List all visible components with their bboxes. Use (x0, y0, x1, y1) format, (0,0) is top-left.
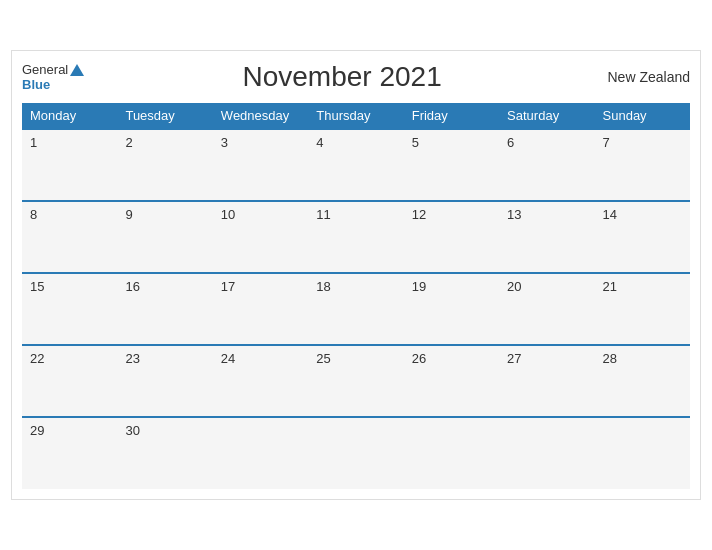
calendar-cell (308, 417, 403, 489)
date-number: 25 (316, 351, 330, 366)
date-number: 20 (507, 279, 521, 294)
week-row-4: 22232425262728 (22, 345, 690, 417)
calendar-cell: 24 (213, 345, 308, 417)
calendar-cell: 11 (308, 201, 403, 273)
date-number: 27 (507, 351, 521, 366)
date-number: 13 (507, 207, 521, 222)
day-header-friday: Friday (404, 103, 499, 129)
date-number: 23 (125, 351, 139, 366)
calendar-country: New Zealand (600, 69, 690, 85)
day-header-monday: Monday (22, 103, 117, 129)
calendar-cell: 28 (595, 345, 690, 417)
calendar-cell: 30 (117, 417, 212, 489)
calendar-cell: 26 (404, 345, 499, 417)
logo: General Blue (22, 62, 84, 92)
calendar-container: General Blue November 2021 New Zealand M… (11, 50, 701, 500)
day-header-sunday: Sunday (595, 103, 690, 129)
calendar-cell: 7 (595, 129, 690, 201)
calendar-cell: 19 (404, 273, 499, 345)
date-number: 1 (30, 135, 37, 150)
calendar-cell: 21 (595, 273, 690, 345)
calendar-cell: 18 (308, 273, 403, 345)
calendar-title: November 2021 (84, 61, 600, 93)
day-headers-row: MondayTuesdayWednesdayThursdayFridaySatu… (22, 103, 690, 129)
week-row-2: 891011121314 (22, 201, 690, 273)
calendar-cell: 20 (499, 273, 594, 345)
date-number: 8 (30, 207, 37, 222)
date-number: 4 (316, 135, 323, 150)
calendar-cell: 12 (404, 201, 499, 273)
calendar-cell: 29 (22, 417, 117, 489)
calendar-cell (595, 417, 690, 489)
calendar-cell: 6 (499, 129, 594, 201)
calendar-cell: 16 (117, 273, 212, 345)
calendar-cell: 10 (213, 201, 308, 273)
logo-blue-text: Blue (22, 77, 50, 92)
date-number: 30 (125, 423, 139, 438)
logo-general-text: General (22, 62, 68, 77)
calendar-cell (404, 417, 499, 489)
date-number: 17 (221, 279, 235, 294)
day-header-wednesday: Wednesday (213, 103, 308, 129)
calendar-cell: 3 (213, 129, 308, 201)
calendar-header: General Blue November 2021 New Zealand (22, 61, 690, 93)
week-row-3: 15161718192021 (22, 273, 690, 345)
calendar-grid: MondayTuesdayWednesdayThursdayFridaySatu… (22, 103, 690, 489)
date-number: 21 (603, 279, 617, 294)
calendar-cell: 8 (22, 201, 117, 273)
calendar-cell: 14 (595, 201, 690, 273)
calendar-cell: 1 (22, 129, 117, 201)
date-number: 26 (412, 351, 426, 366)
date-number: 6 (507, 135, 514, 150)
day-header-tuesday: Tuesday (117, 103, 212, 129)
date-number: 12 (412, 207, 426, 222)
calendar-cell: 13 (499, 201, 594, 273)
date-number: 22 (30, 351, 44, 366)
date-number: 29 (30, 423, 44, 438)
date-number: 14 (603, 207, 617, 222)
date-number: 3 (221, 135, 228, 150)
date-number: 11 (316, 207, 330, 222)
calendar-cell: 4 (308, 129, 403, 201)
date-number: 15 (30, 279, 44, 294)
day-header-saturday: Saturday (499, 103, 594, 129)
date-number: 18 (316, 279, 330, 294)
logo-triangle-icon (70, 64, 84, 76)
date-number: 10 (221, 207, 235, 222)
calendar-cell: 27 (499, 345, 594, 417)
date-number: 19 (412, 279, 426, 294)
week-row-5: 2930 (22, 417, 690, 489)
calendar-cell: 25 (308, 345, 403, 417)
date-number: 24 (221, 351, 235, 366)
date-number: 28 (603, 351, 617, 366)
calendar-cell: 23 (117, 345, 212, 417)
date-number: 2 (125, 135, 132, 150)
calendar-cell (499, 417, 594, 489)
day-header-thursday: Thursday (308, 103, 403, 129)
calendar-cell: 5 (404, 129, 499, 201)
calendar-cell: 2 (117, 129, 212, 201)
date-number: 16 (125, 279, 139, 294)
calendar-cell: 15 (22, 273, 117, 345)
calendar-cell: 22 (22, 345, 117, 417)
calendar-cell: 9 (117, 201, 212, 273)
date-number: 9 (125, 207, 132, 222)
week-row-1: 1234567 (22, 129, 690, 201)
date-number: 7 (603, 135, 610, 150)
date-number: 5 (412, 135, 419, 150)
calendar-cell: 17 (213, 273, 308, 345)
calendar-cell (213, 417, 308, 489)
